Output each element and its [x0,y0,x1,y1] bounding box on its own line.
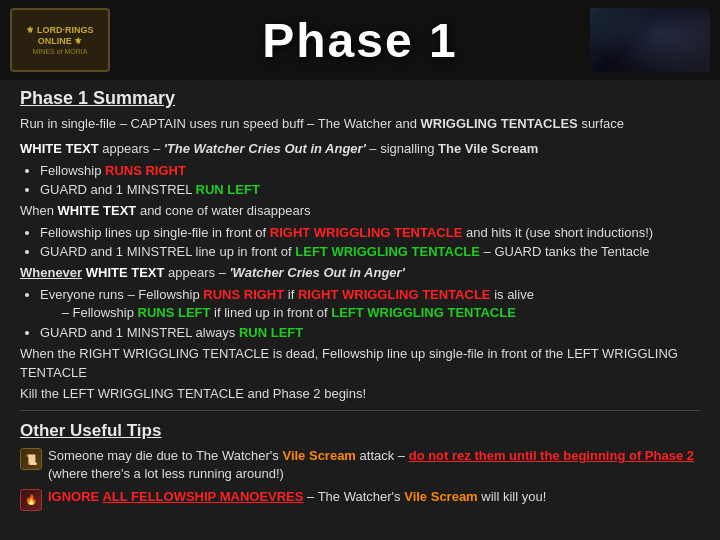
watcher-cries-quote: 'The Watcher Cries Out in Anger' [164,141,366,156]
dead-text: When the RIGHT WRIGGLING TENTACLE is dea… [20,346,678,380]
white-text-label: WHITE TEXT [20,141,99,156]
phase-summary-heading: Phase 1 Summary [20,88,700,109]
tips-heading: Other Useful Tips [20,421,700,441]
logo: ⚜ LORD·RINGSONLINE ⚜ MINES of MORIA [10,8,110,72]
bullet-1-1: Fellowship RUNS RIGHT [40,162,700,180]
wriggling-tentacles: WRIGGLING TENTACLES [421,116,578,131]
bullet-2-2: GUARD and 1 MINSTREL line up in front of… [40,243,700,261]
main-content: Phase 1 Summary Run in single-file – CAP… [0,80,720,540]
logo-title: ⚜ LORD·RINGSONLINE ⚜ [26,25,93,47]
bullet-3-1: Everyone runs – Fellowship RUNS RIGHT if… [40,286,700,322]
vile-scream-label: The Vile Scream [438,141,538,156]
kill-section: Kill the LEFT WRIGGLING TENTACLE and Pha… [20,385,700,404]
logo-subtitle: MINES of MORIA [33,48,88,55]
tip-2: 🔥 IGNORE ALL FELLOWSHIP MANOEVRES – The … [20,488,700,511]
bullet-list-2: Fellowship lines up single-file in front… [40,224,700,261]
tip-2-icon: 🔥 [20,489,42,511]
signalling: – signalling [369,141,438,156]
bullet-2-1: Fellowship lines up single-file in front… [40,224,700,242]
page-title: Phase 1 [262,13,457,68]
tip-1: 📜 Someone may die due to The Watcher's V… [20,447,700,483]
dead-section: When the RIGHT WRIGGLING TENTACLE is dea… [20,345,700,383]
intro-line: Run in single-file – CAPTAIN uses run sp… [20,115,700,134]
bullet-3-2: GUARD and 1 MINSTREL always RUN LEFT [40,324,700,342]
header-image [590,8,710,72]
tip-1-text: Someone may die due to The Watcher's Vil… [48,447,700,483]
tip-2-text: IGNORE ALL FELLOWSHIP MANOEVRES – The Wa… [48,488,700,506]
intro-text: Run in single-file – CAPTAIN uses run sp… [20,116,421,131]
tip-1-icon: 📜 [20,448,42,470]
header: ⚜ LORD·RINGSONLINE ⚜ MINES of MORIA Phas… [0,0,720,80]
kill-text: Kill the LEFT WRIGGLING TENTACLE and Pha… [20,386,366,401]
white-text-line: WHITE TEXT appears – 'The Watcher Cries … [20,140,700,159]
bullet-list-3: Everyone runs – Fellowship RUNS RIGHT if… [40,286,700,342]
bullet-1-2: GUARD and 1 MINSTREL RUN LEFT [40,181,700,199]
divider [20,410,700,411]
intro-end: surface [578,116,624,131]
white-text-phrase: appears – [102,141,163,156]
whenever-white-text: Whenever WHITE TEXT appears – 'Watcher C… [20,264,700,283]
when-white-text: When WHITE TEXT and cone of water disapp… [20,202,700,221]
bullet-list-1: Fellowship RUNS RIGHT GUARD and 1 MINSTR… [40,162,700,199]
page-wrapper: ⚜ LORD·RINGSONLINE ⚜ MINES of MORIA Phas… [0,0,720,540]
